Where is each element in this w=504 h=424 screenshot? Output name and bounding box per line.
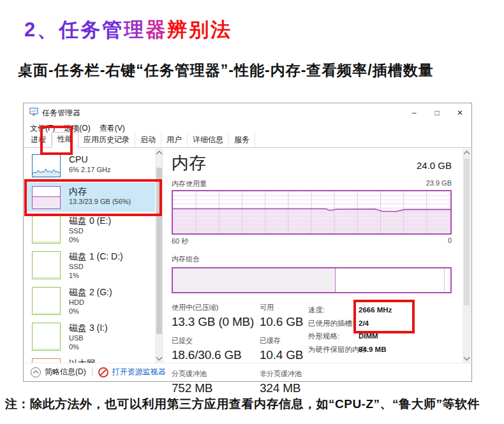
stat-value: 10.4 GB bbox=[260, 346, 308, 364]
tab-services[interactable]: 服务 bbox=[229, 133, 255, 147]
chart-time-label: 60 秒 bbox=[172, 237, 188, 246]
usage-chart-label: 内存使用量 bbox=[172, 179, 207, 189]
detail-value: 2/4 bbox=[359, 317, 369, 330]
sidebar-item-label: 磁盘 2 (G:) bbox=[69, 287, 112, 298]
scroll-down-icon[interactable] bbox=[156, 355, 163, 361]
scrollbar-thumb[interactable] bbox=[464, 159, 470, 305]
stat-value: 324 MB bbox=[260, 379, 308, 397]
resource-monitor-icon bbox=[98, 367, 108, 377]
memory-stats: 使用中(已压缩) 13.3 GB (0 MB) 已提交 18.6/30.6 GB… bbox=[172, 303, 452, 402]
stat-label: 已提交 bbox=[172, 336, 260, 346]
page-title: 2、任务管理器辨别法 bbox=[24, 17, 232, 43]
sidebar-item-stat: 1% bbox=[69, 271, 123, 280]
sidebar-item-disk3[interactable]: 磁盘 3 (I:) USB 0% bbox=[26, 319, 155, 355]
tabbar: 进程 性能 应用历史记录 启动 用户 详细信息 服务 bbox=[24, 135, 471, 148]
fewer-details-button[interactable]: 简略信息(D) bbox=[45, 367, 86, 377]
tab-users[interactable]: 用户 bbox=[161, 133, 188, 147]
detail-label: 已使用的插槽: bbox=[308, 317, 359, 330]
composition-divider bbox=[444, 268, 445, 292]
close-button[interactable]: ✕ bbox=[448, 103, 471, 122]
sidebar-item-disk0[interactable]: 磁盘 0 (E:) SSD 0% bbox=[26, 212, 155, 247]
sidebar-item-stat: 0% bbox=[69, 235, 111, 244]
sidebar-item-stat: SSD bbox=[69, 226, 111, 235]
sidebar-item-stat: HDD bbox=[69, 298, 112, 307]
sidebar-item-label: 内存 bbox=[69, 186, 131, 197]
task-manager-window: 任务管理器 – □ ✕ 文件(F) 选项(O) 查看(V) 进程 性能 应用历史… bbox=[23, 103, 472, 382]
taskmanager-icon bbox=[29, 107, 38, 119]
sidebar-item-stat: USB bbox=[69, 333, 108, 342]
detail-value: 2666 MHz bbox=[359, 303, 392, 317]
tab-details[interactable]: 详细信息 bbox=[188, 133, 229, 147]
sidebar-item-disk1[interactable]: 磁盘 1 (C: D:) SSD 1% bbox=[26, 247, 155, 283]
tab-processes[interactable]: 进程 bbox=[26, 133, 52, 147]
detail-label: 外形规格: bbox=[308, 330, 359, 343]
sidebar-item-ethernet-partial[interactable]: 以太网 bbox=[26, 355, 155, 363]
sidebar-item-label: 磁盘 1 (C: D:) bbox=[69, 251, 123, 262]
scroll-up-icon[interactable] bbox=[464, 151, 470, 157]
tab-startup[interactable]: 启动 bbox=[135, 133, 161, 147]
scroll-up-icon[interactable] bbox=[156, 151, 163, 157]
cpu-graph-thumbnail-icon bbox=[32, 154, 61, 177]
composition-label: 内存组合 bbox=[172, 254, 452, 264]
memory-usage-chart bbox=[172, 190, 452, 235]
main-scrollbar[interactable] bbox=[463, 149, 471, 363]
stat-value: 752 MB bbox=[172, 379, 260, 397]
window-title: 任务管理器 bbox=[42, 108, 80, 119]
sidebar-item-stat: 6% 2.17 GHz bbox=[69, 165, 110, 174]
detail-label: 速度: bbox=[308, 303, 359, 317]
sidebar-item-label: CPU bbox=[69, 154, 110, 165]
titlebar: 任务管理器 – □ ✕ bbox=[24, 103, 471, 122]
disk-graph-thumbnail-icon bbox=[32, 287, 61, 315]
window-footer: 简略信息(D) 打开资源监视器 bbox=[24, 363, 471, 381]
memory-details: 速度: 2666 MHz 已使用的插槽: 2/4 外形规格: DIMM 为硬件保… bbox=[308, 303, 452, 402]
detail-label: 为硬件保留的内存: bbox=[308, 343, 359, 356]
detail-value: DIMM bbox=[359, 330, 378, 343]
memory-panel: 内存 24.0 GB 内存使用量 23.9 GB bbox=[163, 149, 463, 363]
scrollbar-thumb[interactable] bbox=[156, 168, 162, 334]
sidebar-item-stat: 0% bbox=[69, 307, 112, 316]
sidebar-items: CPU 6% 2.17 GHz 内存 13.3/23.9 GB (56%) bbox=[26, 150, 155, 363]
sidebar-scrollbar[interactable] bbox=[155, 149, 163, 363]
stat-label: 已缓存 bbox=[260, 336, 308, 346]
ethernet-graph-thumbnail-icon bbox=[32, 358, 61, 363]
disk-graph-thumbnail-icon bbox=[32, 216, 61, 244]
disk-graph-thumbnail-icon bbox=[32, 323, 61, 351]
detail-value: 84.9 MB bbox=[359, 343, 386, 356]
collapse-circle-icon bbox=[31, 367, 41, 377]
scroll-down-icon[interactable] bbox=[464, 355, 470, 361]
stat-label: 使用中(已压缩) bbox=[172, 303, 260, 312]
page-title-part: 辨别法 bbox=[167, 18, 232, 41]
performance-sidebar: CPU 6% 2.17 GHz 内存 13.3/23.9 GB (56%) bbox=[24, 149, 163, 363]
tab-performance[interactable]: 性能 bbox=[52, 132, 78, 148]
menu-view[interactable]: 查看(V) bbox=[95, 123, 130, 134]
sidebar-item-stat: 0% bbox=[69, 342, 108, 351]
maximize-button[interactable]: □ bbox=[426, 103, 448, 122]
footer-divider bbox=[92, 368, 93, 376]
minimize-button[interactable]: – bbox=[403, 103, 426, 122]
panel-title: 内存 bbox=[172, 152, 206, 175]
tab-app-history[interactable]: 应用历史记录 bbox=[78, 133, 135, 147]
chart-zero-label: 0 bbox=[448, 237, 452, 246]
instruction-path: 桌面-任务栏-右键“任务管理器”-性能-内存-查看频率/插槽数量 bbox=[18, 61, 434, 80]
stat-value: 13.3 GB (0 MB) bbox=[172, 312, 260, 331]
sidebar-item-label: 磁盘 3 (I:) bbox=[69, 323, 108, 333]
composition-used-segment bbox=[173, 268, 336, 292]
stat-label: 可用 bbox=[260, 303, 308, 312]
disk-graph-thumbnail-icon bbox=[32, 251, 61, 279]
sidebar-item-label: 以太网 bbox=[69, 358, 96, 363]
sidebar-item-cpu[interactable]: CPU 6% 2.17 GHz bbox=[26, 150, 155, 182]
stat-value: 18.6/30.6 GB bbox=[172, 346, 260, 364]
sidebar-item-disk2[interactable]: 磁盘 2 (G:) HDD 0% bbox=[26, 283, 155, 319]
content-area: CPU 6% 2.17 GHz 内存 13.3/23.9 GB (56%) bbox=[24, 149, 471, 363]
sidebar-item-stat: 13.3/23.9 GB (56%) bbox=[69, 197, 131, 206]
memory-composition-bar bbox=[172, 267, 452, 293]
usage-chart-max: 23.9 GB bbox=[426, 179, 452, 189]
stat-value: 10.6 GB bbox=[260, 312, 308, 331]
sidebar-item-stat: SSD bbox=[69, 262, 123, 271]
memory-total: 24.0 GB bbox=[417, 160, 452, 171]
sidebar-item-memory[interactable]: 内存 13.3/23.9 GB (56%) bbox=[26, 182, 155, 212]
open-resource-monitor-link[interactable]: 打开资源监视器 bbox=[112, 367, 166, 377]
page-title-part: 2、任务管 bbox=[24, 18, 124, 41]
window-controls: – □ ✕ bbox=[403, 103, 471, 122]
memory-graph-thumbnail-icon bbox=[32, 186, 61, 209]
